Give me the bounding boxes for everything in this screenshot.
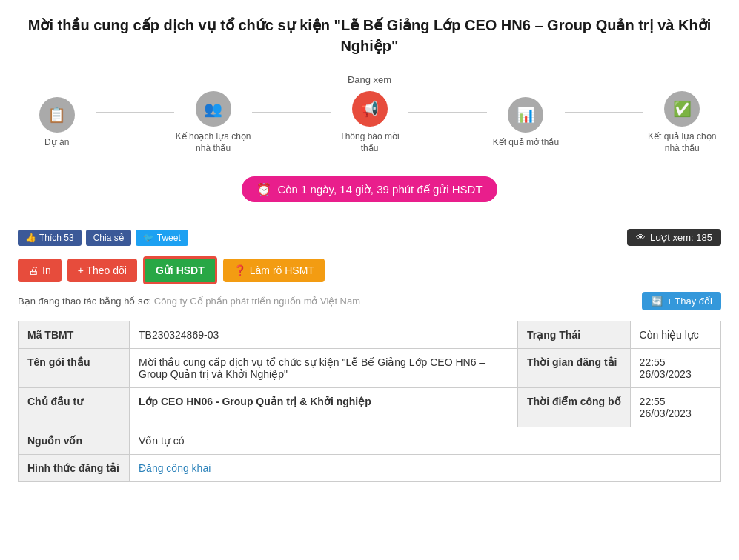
step-label-thong-bao: Thông báo mời thầu: [331, 131, 408, 154]
value-hinh-thuc-dang-tai: Đăng công khai: [130, 455, 721, 482]
change-icon: 🔄: [651, 296, 663, 307]
connector-2: [252, 112, 330, 113]
action-buttons-row: 🖨 In + Theo dõi Gửi HSDT ❓ Làm rõ HSMT: [18, 256, 721, 284]
follow-label: + Theo dõi: [78, 264, 127, 276]
progress-label: Đang xem: [348, 74, 391, 85]
label-nguon-von: Nguồn vốn: [19, 427, 130, 455]
clarify-label: Làm rõ HSMT: [250, 264, 314, 276]
step-circle-ket-qua-lua: ✅: [664, 91, 700, 127]
follow-button[interactable]: + Theo dõi: [67, 259, 137, 282]
social-buttons: 👍 Thích 53 Chia sẻ 🐦 Tweet: [18, 230, 188, 246]
value-ten-goi-thau: Mời thầu cung cấp dịch vụ tổ chức sự kiệ…: [130, 349, 518, 388]
connector-4: [565, 112, 643, 113]
value-thoi-gian-dang-tai: 22:55 26/03/2023: [630, 349, 720, 388]
eye-icon: 👁: [636, 232, 646, 243]
timer-bar: ⏰ Còn 1 ngày, 14 giờ, 39 phút để gửi HSD…: [242, 176, 497, 202]
tweet-button[interactable]: 🐦 Tweet: [136, 230, 188, 246]
views-badge: 👁 Lượt xem: 185: [627, 229, 721, 246]
table-row-3: Chủ đầu tư Lớp CEO HN06 - Group Quản trị…: [19, 388, 721, 427]
views-label: Lượt xem: 185: [650, 232, 712, 243]
like-label: Thích 53: [39, 233, 74, 243]
printer-icon: 🖨: [28, 264, 39, 276]
step-circle-thong-bao: 📢: [352, 91, 388, 127]
page-title: Mời thầu cung cấp dịch vụ tổ chức sự kiệ…: [18, 15, 721, 56]
twitter-icon: 🐦: [143, 233, 154, 243]
step-ket-qua-lua[interactable]: ✅ Kết quả lựa chọn nhà thầu: [643, 91, 721, 154]
connector-3: [408, 112, 486, 113]
value-nguon-von: Vốn tự có: [130, 427, 721, 455]
step-circle-ke-hoach: 👥: [196, 91, 231, 127]
facebook-share-button[interactable]: Chia sẻ: [86, 230, 131, 246]
value-chu-dau-tu: Lớp CEO HN06 - Group Quản trị & Khởi ngh…: [130, 388, 518, 427]
profile-bar: Bạn đang thao tác bằng hồ sơ: Công ty Cổ…: [18, 292, 721, 310]
label-thoi-diem-cong-bo: Thời điểm công bố: [518, 388, 631, 427]
clarify-button[interactable]: ❓ Làm rõ HSMT: [223, 259, 325, 282]
label-ma-tbmt: Mã TBMT: [19, 321, 130, 349]
step-ket-qua-mo[interactable]: 📊 Kết quả mở thầu: [487, 97, 565, 149]
label-thoi-gian-dang-tai: Thời gian đăng tải: [518, 349, 631, 388]
print-button[interactable]: 🖨 In: [18, 259, 62, 282]
share-label: Chia sẻ: [93, 233, 124, 243]
timer-text: Còn 1 ngày, 14 giờ, 39 phút để gửi HSDT: [277, 183, 482, 196]
step-du-an[interactable]: 📋 Dự án: [18, 97, 96, 149]
step-circle-du-an: 📋: [39, 97, 75, 133]
step-ke-hoach[interactable]: 👥 Kế hoạch lựa chọn nhà thầu: [174, 91, 252, 154]
profile-company: Công ty Cổ phần phát triển nguồn mở Việt…: [154, 296, 360, 307]
table-row-2: Tên gói thầu Mời thầu cung cấp dịch vụ t…: [19, 349, 721, 388]
table-row-4: Nguồn vốn Vốn tự có: [19, 427, 721, 455]
value-thoi-diem-cong-bo: 22:55 26/03/2023: [630, 388, 720, 427]
label-trang-thai: Trạng Thái: [518, 321, 631, 349]
timer-icon: ⏰: [256, 182, 271, 196]
step-circle-ket-qua-mo: 📊: [508, 97, 543, 133]
table-row-1: Mã TBMT TB230324869-03 Trạng Thái Còn hi…: [19, 321, 721, 349]
facebook-like-button[interactable]: 👍 Thích 53: [18, 230, 82, 246]
print-label: In: [42, 264, 51, 276]
value-trang-thai: Còn hiệu lực: [630, 321, 720, 349]
thumb-icon: 👍: [25, 233, 36, 243]
change-label: + Thay đổi: [666, 296, 712, 307]
step-label-du-an: Dự án: [44, 137, 69, 149]
step-label-ke-hoach: Kế hoạch lựa chọn nhà thầu: [174, 131, 252, 154]
connector-1: [96, 112, 173, 113]
submit-label: Gửi HSDT: [156, 264, 205, 276]
step-thong-bao[interactable]: 📢 Thông báo mời thầu: [331, 91, 408, 154]
steps-row: 📋 Dự án 👥 Kế hoạch lựa chọn nhà thầu 📢 T…: [18, 91, 721, 154]
change-button[interactable]: 🔄 + Thay đổi: [642, 292, 721, 310]
social-row: 👍 Thích 53 Chia sẻ 🐦 Tweet 👁 Lượt xem: 1…: [18, 229, 721, 246]
value-ma-tbmt: TB230324869-03: [130, 321, 518, 349]
label-chu-dau-tu: Chủ đầu tư: [19, 388, 130, 427]
page-container: Mời thầu cung cấp dịch vụ tổ chức sự kiệ…: [0, 0, 739, 497]
tweet-label: Tweet: [157, 233, 181, 243]
profile-prefix: Bạn đang thao tác bằng hồ sơ:: [18, 296, 151, 307]
info-table: Mã TBMT TB230324869-03 Trạng Thái Còn hi…: [18, 321, 721, 482]
progress-section: Đang xem 📋 Dự án 👥 Kế hoạch lựa chọn nhà…: [18, 74, 721, 154]
profile-bar-text: Bạn đang thao tác bằng hồ sơ: Công ty Cổ…: [18, 296, 360, 307]
label-hinh-thuc-dang-tai: Hình thức đăng tải: [19, 455, 130, 482]
label-ten-goi-thau: Tên gói thầu: [19, 349, 130, 388]
step-label-ket-qua-lua: Kết quả lựa chọn nhà thầu: [643, 131, 721, 154]
question-icon: ❓: [233, 264, 246, 276]
step-label-ket-qua-mo: Kết quả mở thầu: [493, 137, 559, 149]
submit-hsdt-button[interactable]: Gửi HSDT: [143, 256, 217, 284]
table-row-5: Hình thức đăng tải Đăng công khai: [19, 455, 721, 482]
